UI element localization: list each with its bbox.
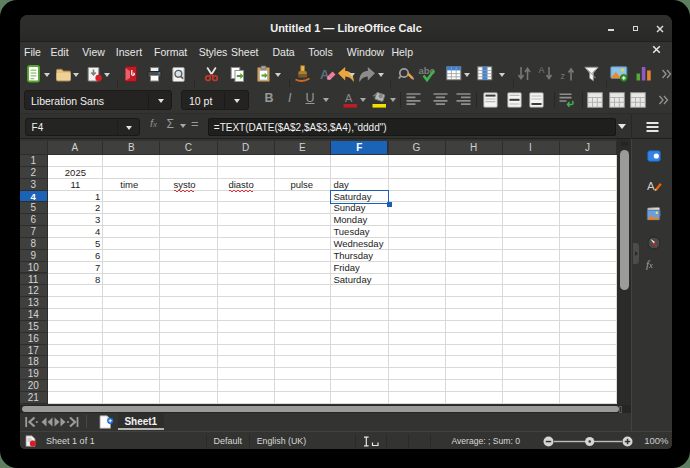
svg-text:A: A bbox=[647, 179, 655, 191]
svg-text:A: A bbox=[345, 92, 353, 104]
svg-text:z: z bbox=[561, 71, 566, 81]
svg-text:A: A bbox=[539, 65, 545, 75]
